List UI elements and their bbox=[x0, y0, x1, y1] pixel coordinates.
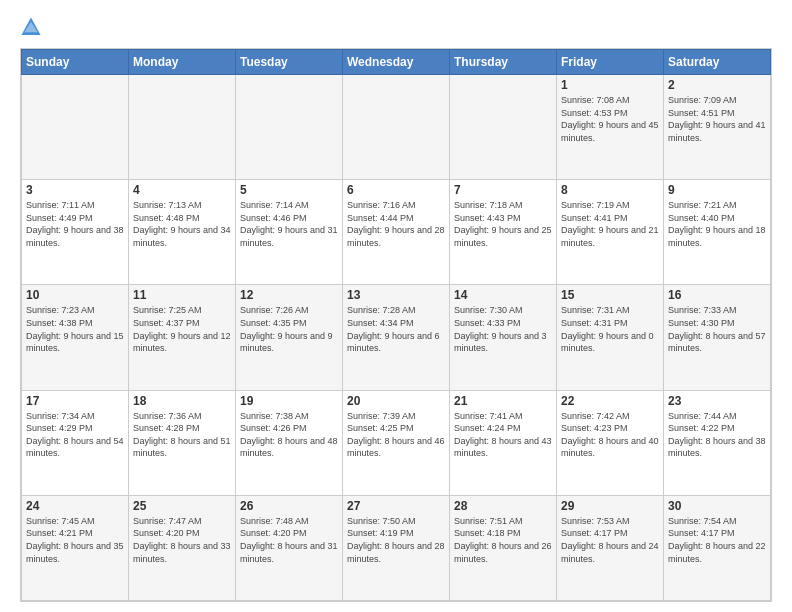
day-info: Sunrise: 7:28 AM Sunset: 4:34 PM Dayligh… bbox=[347, 304, 445, 354]
day-cell-3-4: 13Sunrise: 7:28 AM Sunset: 4:34 PM Dayli… bbox=[343, 285, 450, 390]
day-number: 18 bbox=[133, 394, 231, 408]
day-number: 21 bbox=[454, 394, 552, 408]
day-number: 2 bbox=[668, 78, 766, 92]
day-number: 23 bbox=[668, 394, 766, 408]
day-cell-1-4 bbox=[343, 75, 450, 180]
week-row-1: 1Sunrise: 7:08 AM Sunset: 4:53 PM Daylig… bbox=[22, 75, 771, 180]
day-number: 3 bbox=[26, 183, 124, 197]
day-info: Sunrise: 7:08 AM Sunset: 4:53 PM Dayligh… bbox=[561, 94, 659, 144]
day-header-tuesday: Tuesday bbox=[236, 50, 343, 75]
day-info: Sunrise: 7:33 AM Sunset: 4:30 PM Dayligh… bbox=[668, 304, 766, 354]
day-info: Sunrise: 7:21 AM Sunset: 4:40 PM Dayligh… bbox=[668, 199, 766, 249]
day-number: 26 bbox=[240, 499, 338, 513]
day-cell-1-7: 2Sunrise: 7:09 AM Sunset: 4:51 PM Daylig… bbox=[664, 75, 771, 180]
day-info: Sunrise: 7:41 AM Sunset: 4:24 PM Dayligh… bbox=[454, 410, 552, 460]
day-number: 27 bbox=[347, 499, 445, 513]
day-number: 11 bbox=[133, 288, 231, 302]
day-header-saturday: Saturday bbox=[664, 50, 771, 75]
day-header-wednesday: Wednesday bbox=[343, 50, 450, 75]
day-info: Sunrise: 7:23 AM Sunset: 4:38 PM Dayligh… bbox=[26, 304, 124, 354]
day-cell-4-7: 23Sunrise: 7:44 AM Sunset: 4:22 PM Dayli… bbox=[664, 390, 771, 495]
day-cell-3-3: 12Sunrise: 7:26 AM Sunset: 4:35 PM Dayli… bbox=[236, 285, 343, 390]
day-number: 24 bbox=[26, 499, 124, 513]
day-header-thursday: Thursday bbox=[450, 50, 557, 75]
day-info: Sunrise: 7:09 AM Sunset: 4:51 PM Dayligh… bbox=[668, 94, 766, 144]
day-info: Sunrise: 7:13 AM Sunset: 4:48 PM Dayligh… bbox=[133, 199, 231, 249]
day-number: 10 bbox=[26, 288, 124, 302]
day-info: Sunrise: 7:54 AM Sunset: 4:17 PM Dayligh… bbox=[668, 515, 766, 565]
day-info: Sunrise: 7:36 AM Sunset: 4:28 PM Dayligh… bbox=[133, 410, 231, 460]
day-info: Sunrise: 7:31 AM Sunset: 4:31 PM Dayligh… bbox=[561, 304, 659, 354]
day-number: 5 bbox=[240, 183, 338, 197]
day-cell-2-6: 8Sunrise: 7:19 AM Sunset: 4:41 PM Daylig… bbox=[557, 180, 664, 285]
day-info: Sunrise: 7:39 AM Sunset: 4:25 PM Dayligh… bbox=[347, 410, 445, 460]
day-info: Sunrise: 7:34 AM Sunset: 4:29 PM Dayligh… bbox=[26, 410, 124, 460]
day-info: Sunrise: 7:14 AM Sunset: 4:46 PM Dayligh… bbox=[240, 199, 338, 249]
day-cell-2-3: 5Sunrise: 7:14 AM Sunset: 4:46 PM Daylig… bbox=[236, 180, 343, 285]
day-info: Sunrise: 7:26 AM Sunset: 4:35 PM Dayligh… bbox=[240, 304, 338, 354]
calendar: SundayMondayTuesdayWednesdayThursdayFrid… bbox=[20, 48, 772, 602]
week-row-2: 3Sunrise: 7:11 AM Sunset: 4:49 PM Daylig… bbox=[22, 180, 771, 285]
page: SundayMondayTuesdayWednesdayThursdayFrid… bbox=[0, 0, 792, 612]
day-cell-1-2 bbox=[129, 75, 236, 180]
day-number: 12 bbox=[240, 288, 338, 302]
day-info: Sunrise: 7:51 AM Sunset: 4:18 PM Dayligh… bbox=[454, 515, 552, 565]
day-cell-3-1: 10Sunrise: 7:23 AM Sunset: 4:38 PM Dayli… bbox=[22, 285, 129, 390]
day-header-sunday: Sunday bbox=[22, 50, 129, 75]
day-number: 13 bbox=[347, 288, 445, 302]
day-number: 9 bbox=[668, 183, 766, 197]
day-info: Sunrise: 7:18 AM Sunset: 4:43 PM Dayligh… bbox=[454, 199, 552, 249]
day-number: 19 bbox=[240, 394, 338, 408]
day-cell-2-7: 9Sunrise: 7:21 AM Sunset: 4:40 PM Daylig… bbox=[664, 180, 771, 285]
day-cell-5-7: 30Sunrise: 7:54 AM Sunset: 4:17 PM Dayli… bbox=[664, 495, 771, 600]
day-number: 20 bbox=[347, 394, 445, 408]
day-cell-4-6: 22Sunrise: 7:42 AM Sunset: 4:23 PM Dayli… bbox=[557, 390, 664, 495]
day-header-monday: Monday bbox=[129, 50, 236, 75]
day-info: Sunrise: 7:48 AM Sunset: 4:20 PM Dayligh… bbox=[240, 515, 338, 565]
day-cell-3-7: 16Sunrise: 7:33 AM Sunset: 4:30 PM Dayli… bbox=[664, 285, 771, 390]
day-info: Sunrise: 7:53 AM Sunset: 4:17 PM Dayligh… bbox=[561, 515, 659, 565]
day-info: Sunrise: 7:16 AM Sunset: 4:44 PM Dayligh… bbox=[347, 199, 445, 249]
day-info: Sunrise: 7:19 AM Sunset: 4:41 PM Dayligh… bbox=[561, 199, 659, 249]
day-number: 15 bbox=[561, 288, 659, 302]
day-cell-4-5: 21Sunrise: 7:41 AM Sunset: 4:24 PM Dayli… bbox=[450, 390, 557, 495]
day-cell-2-2: 4Sunrise: 7:13 AM Sunset: 4:48 PM Daylig… bbox=[129, 180, 236, 285]
day-cell-1-1 bbox=[22, 75, 129, 180]
day-cell-5-5: 28Sunrise: 7:51 AM Sunset: 4:18 PM Dayli… bbox=[450, 495, 557, 600]
day-header-friday: Friday bbox=[557, 50, 664, 75]
logo-icon bbox=[20, 16, 42, 38]
week-row-4: 17Sunrise: 7:34 AM Sunset: 4:29 PM Dayli… bbox=[22, 390, 771, 495]
day-cell-3-6: 15Sunrise: 7:31 AM Sunset: 4:31 PM Dayli… bbox=[557, 285, 664, 390]
day-info: Sunrise: 7:44 AM Sunset: 4:22 PM Dayligh… bbox=[668, 410, 766, 460]
calendar-body: 1Sunrise: 7:08 AM Sunset: 4:53 PM Daylig… bbox=[22, 75, 771, 601]
day-cell-5-6: 29Sunrise: 7:53 AM Sunset: 4:17 PM Dayli… bbox=[557, 495, 664, 600]
day-info: Sunrise: 7:42 AM Sunset: 4:23 PM Dayligh… bbox=[561, 410, 659, 460]
day-number: 6 bbox=[347, 183, 445, 197]
header bbox=[20, 16, 772, 38]
day-cell-5-2: 25Sunrise: 7:47 AM Sunset: 4:20 PM Dayli… bbox=[129, 495, 236, 600]
day-info: Sunrise: 7:38 AM Sunset: 4:26 PM Dayligh… bbox=[240, 410, 338, 460]
day-info: Sunrise: 7:30 AM Sunset: 4:33 PM Dayligh… bbox=[454, 304, 552, 354]
day-cell-4-1: 17Sunrise: 7:34 AM Sunset: 4:29 PM Dayli… bbox=[22, 390, 129, 495]
day-cell-3-5: 14Sunrise: 7:30 AM Sunset: 4:33 PM Dayli… bbox=[450, 285, 557, 390]
day-cell-1-5 bbox=[450, 75, 557, 180]
day-cell-1-6: 1Sunrise: 7:08 AM Sunset: 4:53 PM Daylig… bbox=[557, 75, 664, 180]
day-number: 14 bbox=[454, 288, 552, 302]
day-number: 28 bbox=[454, 499, 552, 513]
week-row-3: 10Sunrise: 7:23 AM Sunset: 4:38 PM Dayli… bbox=[22, 285, 771, 390]
day-number: 29 bbox=[561, 499, 659, 513]
day-cell-5-4: 27Sunrise: 7:50 AM Sunset: 4:19 PM Dayli… bbox=[343, 495, 450, 600]
day-info: Sunrise: 7:25 AM Sunset: 4:37 PM Dayligh… bbox=[133, 304, 231, 354]
day-cell-2-4: 6Sunrise: 7:16 AM Sunset: 4:44 PM Daylig… bbox=[343, 180, 450, 285]
day-number: 25 bbox=[133, 499, 231, 513]
day-cell-3-2: 11Sunrise: 7:25 AM Sunset: 4:37 PM Dayli… bbox=[129, 285, 236, 390]
day-number: 4 bbox=[133, 183, 231, 197]
day-number: 30 bbox=[668, 499, 766, 513]
day-cell-5-1: 24Sunrise: 7:45 AM Sunset: 4:21 PM Dayli… bbox=[22, 495, 129, 600]
day-number: 17 bbox=[26, 394, 124, 408]
day-cell-2-1: 3Sunrise: 7:11 AM Sunset: 4:49 PM Daylig… bbox=[22, 180, 129, 285]
day-number: 7 bbox=[454, 183, 552, 197]
logo bbox=[20, 16, 46, 38]
day-number: 22 bbox=[561, 394, 659, 408]
day-cell-4-2: 18Sunrise: 7:36 AM Sunset: 4:28 PM Dayli… bbox=[129, 390, 236, 495]
